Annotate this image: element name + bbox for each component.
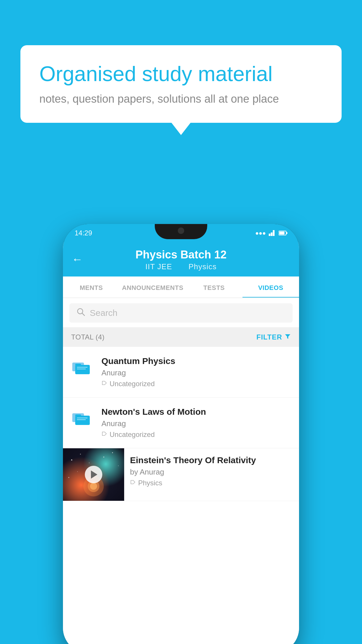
status-icons: ●●● <box>255 230 287 237</box>
subtitle-part1: IIT JEE <box>145 262 172 271</box>
video-author: by Anurag <box>130 468 293 477</box>
app-title: Physics Batch 12 <box>136 249 227 261</box>
wifi-icon: ●●● <box>255 230 266 237</box>
video-details: Einstein's Theory Of Relativity by Anura… <box>124 448 299 494</box>
list-item-video[interactable]: Einstein's Theory Of Relativity by Anura… <box>63 448 299 501</box>
tab-videos[interactable]: VIDEOS <box>242 276 299 298</box>
svg-point-23 <box>112 452 113 453</box>
svg-rect-11 <box>75 364 81 365</box>
svg-point-19 <box>71 459 72 461</box>
svg-point-29 <box>90 483 97 490</box>
tag-label: Physics <box>138 479 162 487</box>
speech-bubble-container: Organised study material notes, question… <box>20 45 342 123</box>
video-title: Einstein's Theory Of Relativity <box>130 455 293 465</box>
tag-label: Uncategorized <box>110 430 155 439</box>
item-title: Quantum Physics <box>101 356 291 366</box>
speech-bubble-subtitle: notes, question papers, solutions all at… <box>39 93 323 105</box>
svg-line-7 <box>82 313 85 316</box>
svg-rect-4 <box>286 232 287 234</box>
search-bar[interactable]: Search <box>69 303 293 323</box>
svg-point-24 <box>118 466 119 466</box>
svg-point-25 <box>77 471 78 472</box>
filter-button[interactable]: FILTER <box>256 332 291 342</box>
tab-announcements[interactable]: ANNOUNCEMENTS <box>120 276 186 298</box>
item-details: Newton's Laws of Motion Anurag Uncategor… <box>101 407 291 439</box>
signal-icon <box>269 230 276 236</box>
item-details: Quantum Physics Anurag Uncategorized <box>101 356 291 388</box>
item-title: Newton's Laws of Motion <box>101 407 291 417</box>
svg-point-26 <box>68 477 69 478</box>
filter-bar: TOTAL (4) FILTER <box>63 327 299 347</box>
folder-icon <box>71 408 94 431</box>
filter-label: FILTER <box>256 333 282 341</box>
app-header: ← Physics Batch 12 IIT JEE Physics <box>63 242 299 276</box>
svg-point-20 <box>80 454 81 455</box>
speech-bubble-title: Organised study material <box>39 61 323 86</box>
folder-icon <box>71 357 94 381</box>
svg-point-22 <box>103 456 104 458</box>
play-triangle <box>91 470 97 479</box>
search-container: Search <box>63 298 299 327</box>
tab-ments[interactable]: MENTS <box>63 276 120 298</box>
content-list: Quantum Physics Anurag Uncategorized <box>63 347 299 644</box>
camera-dot <box>178 228 184 234</box>
back-button[interactable]: ← <box>72 253 83 266</box>
tag-icon <box>101 380 107 388</box>
svg-marker-1 <box>271 232 273 236</box>
video-thumbnail <box>63 448 124 501</box>
svg-point-21 <box>89 463 89 463</box>
tab-bar: MENTS ANNOUNCEMENTS TESTS VIDEOS <box>63 276 299 298</box>
status-time: 14:29 <box>75 229 92 237</box>
tag-label: Uncategorized <box>110 380 155 388</box>
svg-marker-0 <box>269 234 270 236</box>
svg-rect-16 <box>75 414 81 416</box>
svg-rect-15 <box>75 416 90 425</box>
svg-rect-10 <box>75 365 90 374</box>
tag-icon <box>130 479 136 487</box>
phone-frame: 14:29 ●●● ← Physics Batch 12 <box>63 224 299 644</box>
search-placeholder: Search <box>90 308 117 318</box>
play-button[interactable] <box>85 466 102 483</box>
search-icon <box>76 307 85 318</box>
phone-screen: ← Physics Batch 12 IIT JEE Physics MENTS… <box>63 242 299 644</box>
list-item[interactable]: Quantum Physics Anurag Uncategorized <box>63 347 299 398</box>
total-count: TOTAL (4) <box>71 333 105 341</box>
svg-marker-2 <box>273 230 275 236</box>
speech-bubble: Organised study material notes, question… <box>20 45 342 123</box>
tag-icon <box>101 430 107 439</box>
list-item[interactable]: Newton's Laws of Motion Anurag Uncategor… <box>63 398 299 448</box>
item-author: Anurag <box>101 368 291 377</box>
item-tag: Uncategorized <box>101 380 291 388</box>
battery-icon <box>279 230 287 236</box>
svg-marker-8 <box>285 334 290 339</box>
app-subtitle: IIT JEE Physics <box>142 262 220 271</box>
item-author: Anurag <box>101 419 291 428</box>
item-tag: Uncategorized <box>101 430 291 439</box>
filter-icon <box>284 332 291 342</box>
subtitle-part2: Physics <box>189 262 217 271</box>
video-tag: Physics <box>130 479 293 487</box>
tab-tests[interactable]: TESTS <box>186 276 242 298</box>
status-bar: 14:29 ●●● <box>63 224 299 242</box>
svg-rect-5 <box>279 232 284 235</box>
